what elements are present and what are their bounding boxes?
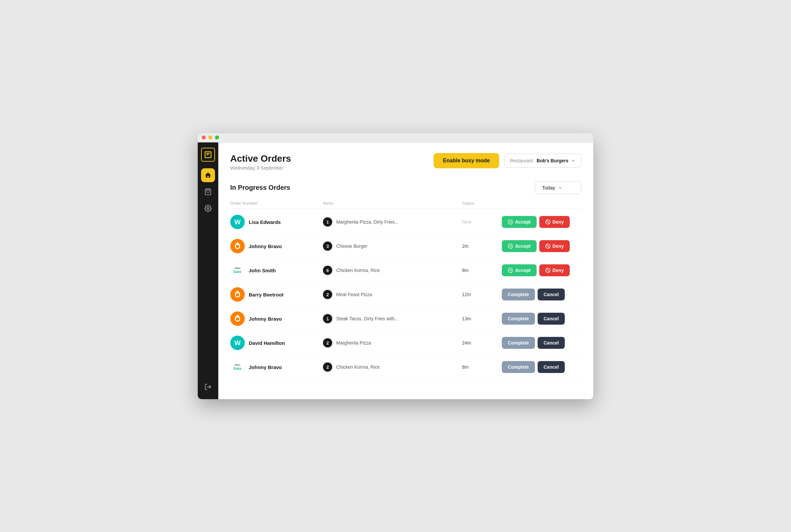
item-count-badge: 1	[323, 217, 332, 227]
minimize-button[interactable]	[208, 135, 212, 139]
sidebar-bottom	[201, 380, 215, 394]
svg-line-13	[546, 245, 549, 247]
restaurant-label: Restaurant:	[510, 158, 534, 163]
maximize-button[interactable]	[215, 135, 219, 139]
title-bar	[198, 133, 593, 142]
page-title-group: Active Orders Wednesday, 8 September	[230, 153, 291, 171]
cancel-button[interactable]: Cancel	[538, 288, 565, 301]
order-actions: Accept Deny	[502, 216, 581, 228]
cancel-button[interactable]: Cancel	[538, 313, 565, 325]
check-circle-icon	[508, 268, 513, 273]
table-row: W Lisa Edwards 1 Margherita Pizza, Dirty…	[230, 210, 581, 234]
cancel-button[interactable]: Cancel	[538, 337, 565, 349]
item-count-badge: 1	[323, 314, 332, 323]
order-actions: Complete Cancel	[502, 313, 581, 325]
deny-button[interactable]: Deny	[539, 240, 570, 252]
table-header: Order Number Items Status	[230, 201, 581, 209]
restaurant-name: Bob's Burgers	[537, 158, 568, 163]
item-description: Cheese Burger	[336, 244, 367, 249]
page-title: Active Orders	[230, 153, 291, 164]
accept-button[interactable]: Accept	[502, 240, 537, 252]
customer-name: David Hamilton	[249, 340, 285, 346]
period-selector[interactable]: Today	[535, 181, 581, 194]
sidebar-item-settings[interactable]	[201, 202, 215, 215]
table-row: Barry Beetroot 2 Meat Feast Pizza 12m Co…	[230, 283, 581, 307]
app-body: Active Orders Wednesday, 8 September Ena…	[198, 142, 593, 399]
avatar	[230, 239, 245, 253]
svg-text:W: W	[234, 218, 241, 226]
chevron-down-icon	[571, 158, 576, 163]
svg-line-15	[546, 269, 549, 272]
svg-point-19	[236, 317, 239, 321]
item-description: Steak Tacos, Dirty Fries with...	[336, 316, 399, 321]
item-description: Chicken Korma, Rice	[336, 268, 380, 273]
order-actions: Accept Deny	[502, 240, 581, 252]
item-description: Margherita Pizza	[336, 340, 371, 345]
deny-button[interactable]: Deny	[539, 264, 570, 276]
order-status: 24m	[462, 340, 502, 345]
order-customer: Johnny Bravo	[230, 311, 323, 326]
order-actions: Accept Deny	[502, 264, 581, 276]
order-customer: W Lisa Edwards	[230, 215, 323, 229]
main-content: Active Orders Wednesday, 8 September Ena…	[218, 142, 593, 399]
order-items: 3 Cheese Burger	[323, 242, 462, 251]
order-items: 2 Margherita Pizza	[323, 338, 462, 347]
busy-mode-button[interactable]: Enable busy mode	[433, 153, 499, 168]
customer-name: Lisa Edwards	[249, 219, 281, 225]
deny-icon	[545, 219, 551, 225]
col-items: Items	[323, 201, 462, 206]
svg-line-9	[546, 220, 549, 223]
order-items: 1 Steak Tacos, Dirty Fries with...	[323, 314, 462, 323]
order-items: 1 Margherita Pizza, Dirty Fries...	[323, 217, 462, 227]
accept-button[interactable]: Accept	[502, 264, 537, 276]
table-row: Uber Eats John Smith 6 Chicken Korma, Ri…	[230, 259, 581, 283]
sidebar-item-logout[interactable]	[201, 380, 215, 394]
avatar: W	[230, 215, 245, 229]
col-order-number: Order Number	[230, 201, 323, 206]
order-items: 2 Meat Feast Pizza	[323, 290, 462, 299]
deny-icon	[545, 244, 551, 249]
item-count-badge: 2	[323, 338, 332, 347]
page-date: Wednesday, 8 September	[230, 165, 291, 171]
complete-button[interactable]: Complete	[502, 313, 535, 325]
order-customer: Uber Eats Johnny Bravo	[230, 360, 323, 374]
deny-button[interactable]: Deny	[539, 216, 570, 228]
complete-button[interactable]: Complete	[502, 361, 535, 373]
restaurant-selector[interactable]: Restaurant: Bob's Burgers	[504, 154, 581, 168]
period-label: Today	[542, 185, 555, 190]
table-row: Johnny Bravo 1 Steak Tacos, Dirty Fries …	[230, 307, 581, 331]
order-status: New	[462, 219, 502, 225]
accept-button[interactable]: Accept	[502, 216, 537, 228]
order-items: 6 Chicken Korma, Rice	[323, 266, 462, 275]
svg-point-4	[207, 207, 209, 209]
item-count-badge: 6	[323, 266, 332, 275]
sidebar-item-orders[interactable]	[201, 185, 215, 199]
svg-point-11	[236, 245, 239, 248]
order-customer: Barry Beetroot	[230, 287, 323, 302]
cancel-button[interactable]: Cancel	[538, 361, 565, 373]
order-actions: Complete Cancel	[502, 361, 581, 373]
sidebar-item-home[interactable]	[201, 168, 215, 182]
item-count-badge: 2	[323, 290, 332, 299]
complete-button[interactable]: Complete	[502, 288, 535, 301]
order-status: 2m	[462, 244, 502, 249]
table-row: Johnny Bravo 3 Cheese Burger 2m Accept D…	[230, 234, 581, 259]
top-header: Active Orders Wednesday, 8 September Ena…	[230, 153, 581, 171]
item-description: Margherita Pizza, Dirty Fries...	[336, 219, 399, 225]
avatar	[230, 287, 245, 302]
order-customer: Uber Eats John Smith	[230, 263, 323, 278]
mac-window: Active Orders Wednesday, 8 September Ena…	[198, 133, 593, 399]
customer-name: Johnny Bravo	[249, 244, 282, 249]
check-circle-icon	[508, 244, 513, 249]
avatar: W	[230, 336, 245, 350]
item-description: Chicken Korma, Rice	[336, 364, 380, 370]
section-header: In Progress Orders Today	[230, 181, 581, 194]
order-actions: Complete Cancel	[502, 337, 581, 349]
complete-button[interactable]: Complete	[502, 337, 535, 349]
customer-name: Barry Beetroot	[249, 292, 284, 298]
check-circle-icon	[508, 219, 513, 225]
item-count-badge: 2	[323, 362, 332, 372]
col-status: Status	[462, 201, 502, 206]
close-button[interactable]	[202, 135, 206, 139]
app-logo	[201, 148, 215, 162]
